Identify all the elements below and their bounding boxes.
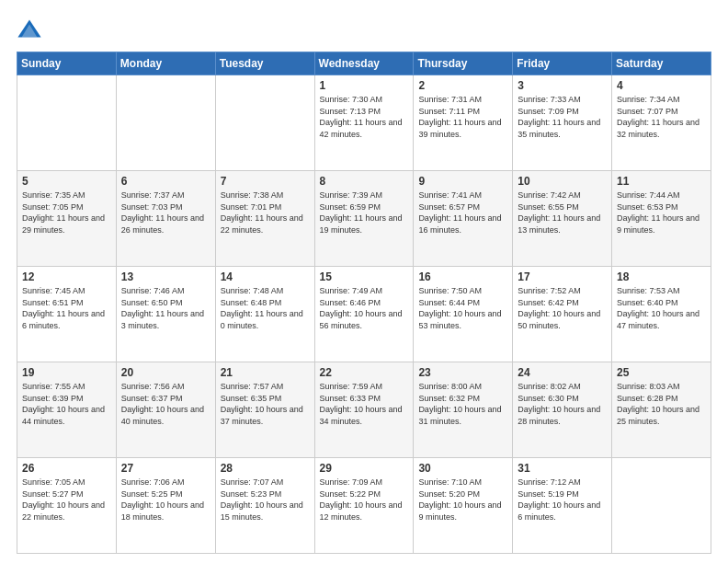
day-info: Sunrise: 7:05 AM Sunset: 5:27 PM Dayligh… bbox=[22, 477, 111, 523]
calendar-cell bbox=[17, 75, 117, 171]
day-number: 15 bbox=[320, 270, 409, 283]
day-number: 1 bbox=[320, 79, 409, 92]
calendar-cell: 26 Sunrise: 7:05 AM Sunset: 5:27 PM Dayl… bbox=[17, 458, 117, 554]
day-number: 9 bbox=[418, 175, 507, 188]
day-number: 24 bbox=[518, 366, 607, 379]
day-number: 21 bbox=[221, 366, 310, 379]
calendar-cell: 23 Sunrise: 8:00 AM Sunset: 6:32 PM Dayl… bbox=[414, 362, 513, 458]
day-number: 6 bbox=[121, 175, 210, 188]
day-info: Sunrise: 7:38 AM Sunset: 7:01 PM Dayligh… bbox=[221, 190, 310, 236]
calendar-cell bbox=[215, 75, 314, 171]
calendar-cell: 6 Sunrise: 7:37 AM Sunset: 7:03 PM Dayli… bbox=[116, 171, 215, 267]
day-info: Sunrise: 7:35 AM Sunset: 7:05 PM Dayligh… bbox=[22, 190, 111, 236]
calendar-week-row: 12 Sunrise: 7:45 AM Sunset: 6:51 PM Dayl… bbox=[17, 267, 711, 362]
calendar-cell: 2 Sunrise: 7:31 AM Sunset: 7:11 PM Dayli… bbox=[414, 75, 513, 171]
day-info: Sunrise: 7:53 AM Sunset: 6:40 PM Dayligh… bbox=[617, 285, 706, 331]
day-number: 12 bbox=[22, 270, 111, 283]
calendar-cell: 20 Sunrise: 7:56 AM Sunset: 6:37 PM Dayl… bbox=[116, 362, 215, 458]
day-number: 14 bbox=[221, 270, 310, 283]
day-info: Sunrise: 7:31 AM Sunset: 7:11 PM Dayligh… bbox=[418, 94, 507, 140]
day-info: Sunrise: 7:10 AM Sunset: 5:20 PM Dayligh… bbox=[418, 477, 507, 523]
calendar-cell: 22 Sunrise: 7:59 AM Sunset: 6:33 PM Dayl… bbox=[314, 362, 414, 458]
calendar-cell bbox=[116, 75, 215, 171]
calendar-cell: 14 Sunrise: 7:48 AM Sunset: 6:48 PM Dayl… bbox=[215, 267, 314, 362]
calendar-cell: 1 Sunrise: 7:30 AM Sunset: 7:13 PM Dayli… bbox=[314, 75, 414, 171]
calendar-cell: 10 Sunrise: 7:42 AM Sunset: 6:55 PM Dayl… bbox=[513, 171, 612, 267]
weekday-header: Monday bbox=[116, 52, 215, 75]
weekday-header: Friday bbox=[513, 52, 612, 75]
day-number: 18 bbox=[617, 270, 706, 283]
day-number: 20 bbox=[121, 366, 210, 379]
day-info: Sunrise: 7:34 AM Sunset: 7:07 PM Dayligh… bbox=[617, 94, 706, 140]
weekday-header: Tuesday bbox=[215, 52, 314, 75]
day-number: 10 bbox=[518, 175, 607, 188]
calendar-cell: 12 Sunrise: 7:45 AM Sunset: 6:51 PM Dayl… bbox=[17, 267, 117, 362]
calendar-cell: 16 Sunrise: 7:50 AM Sunset: 6:44 PM Dayl… bbox=[414, 267, 513, 362]
day-number: 29 bbox=[320, 462, 409, 475]
weekday-header: Saturday bbox=[612, 52, 711, 75]
calendar-cell: 30 Sunrise: 7:10 AM Sunset: 5:20 PM Dayl… bbox=[414, 458, 513, 554]
calendar-cell bbox=[612, 458, 711, 554]
day-info: Sunrise: 7:30 AM Sunset: 7:13 PM Dayligh… bbox=[320, 94, 409, 140]
calendar-cell: 18 Sunrise: 7:53 AM Sunset: 6:40 PM Dayl… bbox=[612, 267, 711, 362]
day-number: 19 bbox=[22, 366, 111, 379]
day-number: 5 bbox=[22, 175, 111, 188]
calendar-header-row: SundayMondayTuesdayWednesdayThursdayFrid… bbox=[17, 52, 711, 75]
day-info: Sunrise: 8:02 AM Sunset: 6:30 PM Dayligh… bbox=[518, 381, 607, 427]
day-info: Sunrise: 7:50 AM Sunset: 6:44 PM Dayligh… bbox=[418, 285, 507, 331]
day-info: Sunrise: 8:03 AM Sunset: 6:28 PM Dayligh… bbox=[617, 381, 706, 427]
day-number: 16 bbox=[418, 270, 507, 283]
day-number: 8 bbox=[320, 175, 409, 188]
calendar-cell: 29 Sunrise: 7:09 AM Sunset: 5:22 PM Dayl… bbox=[314, 458, 414, 554]
weekday-header: Wednesday bbox=[314, 52, 414, 75]
day-info: Sunrise: 7:39 AM Sunset: 6:59 PM Dayligh… bbox=[320, 190, 409, 236]
day-info: Sunrise: 7:48 AM Sunset: 6:48 PM Dayligh… bbox=[221, 285, 310, 331]
day-info: Sunrise: 7:56 AM Sunset: 6:37 PM Dayligh… bbox=[121, 381, 210, 427]
day-number: 22 bbox=[320, 366, 409, 379]
calendar-cell: 5 Sunrise: 7:35 AM Sunset: 7:05 PM Dayli… bbox=[17, 171, 117, 267]
day-info: Sunrise: 7:09 AM Sunset: 5:22 PM Dayligh… bbox=[320, 477, 409, 523]
day-info: Sunrise: 8:00 AM Sunset: 6:32 PM Dayligh… bbox=[418, 381, 507, 427]
calendar-cell: 11 Sunrise: 7:44 AM Sunset: 6:53 PM Dayl… bbox=[612, 171, 711, 267]
day-number: 2 bbox=[418, 79, 507, 92]
calendar-table: SundayMondayTuesdayWednesdayThursdayFrid… bbox=[17, 52, 711, 554]
calendar-cell: 24 Sunrise: 8:02 AM Sunset: 6:30 PM Dayl… bbox=[513, 362, 612, 458]
day-info: Sunrise: 7:44 AM Sunset: 6:53 PM Dayligh… bbox=[617, 190, 706, 236]
calendar-cell: 21 Sunrise: 7:57 AM Sunset: 6:35 PM Dayl… bbox=[215, 362, 314, 458]
day-number: 23 bbox=[418, 366, 507, 379]
day-info: Sunrise: 7:41 AM Sunset: 6:57 PM Dayligh… bbox=[418, 190, 507, 236]
day-number: 27 bbox=[121, 462, 210, 475]
day-number: 4 bbox=[617, 79, 706, 92]
calendar-cell: 13 Sunrise: 7:46 AM Sunset: 6:50 PM Dayl… bbox=[116, 267, 215, 362]
calendar-cell: 19 Sunrise: 7:55 AM Sunset: 6:39 PM Dayl… bbox=[17, 362, 117, 458]
calendar-cell: 27 Sunrise: 7:06 AM Sunset: 5:25 PM Dayl… bbox=[116, 458, 215, 554]
day-number: 31 bbox=[518, 462, 607, 475]
day-number: 26 bbox=[22, 462, 111, 475]
day-info: Sunrise: 7:59 AM Sunset: 6:33 PM Dayligh… bbox=[320, 381, 409, 427]
day-info: Sunrise: 7:55 AM Sunset: 6:39 PM Dayligh… bbox=[22, 381, 111, 427]
day-number: 13 bbox=[121, 270, 210, 283]
page-header bbox=[17, 17, 711, 42]
calendar-cell: 9 Sunrise: 7:41 AM Sunset: 6:57 PM Dayli… bbox=[414, 171, 513, 267]
weekday-header: Sunday bbox=[17, 52, 117, 75]
weekday-header: Thursday bbox=[414, 52, 513, 75]
calendar-cell: 28 Sunrise: 7:07 AM Sunset: 5:23 PM Dayl… bbox=[215, 458, 314, 554]
day-info: Sunrise: 7:37 AM Sunset: 7:03 PM Dayligh… bbox=[121, 190, 210, 236]
calendar-cell: 3 Sunrise: 7:33 AM Sunset: 7:09 PM Dayli… bbox=[513, 75, 612, 171]
calendar-cell: 25 Sunrise: 8:03 AM Sunset: 6:28 PM Dayl… bbox=[612, 362, 711, 458]
day-number: 17 bbox=[518, 270, 607, 283]
day-number: 3 bbox=[518, 79, 607, 92]
day-info: Sunrise: 7:06 AM Sunset: 5:25 PM Dayligh… bbox=[121, 477, 210, 523]
day-number: 28 bbox=[221, 462, 310, 475]
calendar-cell: 4 Sunrise: 7:34 AM Sunset: 7:07 PM Dayli… bbox=[612, 75, 711, 171]
calendar-week-row: 19 Sunrise: 7:55 AM Sunset: 6:39 PM Dayl… bbox=[17, 362, 711, 458]
calendar-cell: 17 Sunrise: 7:52 AM Sunset: 6:42 PM Dayl… bbox=[513, 267, 612, 362]
calendar-week-row: 1 Sunrise: 7:30 AM Sunset: 7:13 PM Dayli… bbox=[17, 75, 711, 171]
day-info: Sunrise: 7:07 AM Sunset: 5:23 PM Dayligh… bbox=[221, 477, 310, 523]
logo-icon bbox=[17, 17, 42, 42]
day-info: Sunrise: 7:33 AM Sunset: 7:09 PM Dayligh… bbox=[518, 94, 607, 140]
calendar-week-row: 26 Sunrise: 7:05 AM Sunset: 5:27 PM Dayl… bbox=[17, 458, 711, 554]
day-info: Sunrise: 7:45 AM Sunset: 6:51 PM Dayligh… bbox=[22, 285, 111, 331]
calendar-cell: 8 Sunrise: 7:39 AM Sunset: 6:59 PM Dayli… bbox=[314, 171, 414, 267]
calendar-cell: 7 Sunrise: 7:38 AM Sunset: 7:01 PM Dayli… bbox=[215, 171, 314, 267]
